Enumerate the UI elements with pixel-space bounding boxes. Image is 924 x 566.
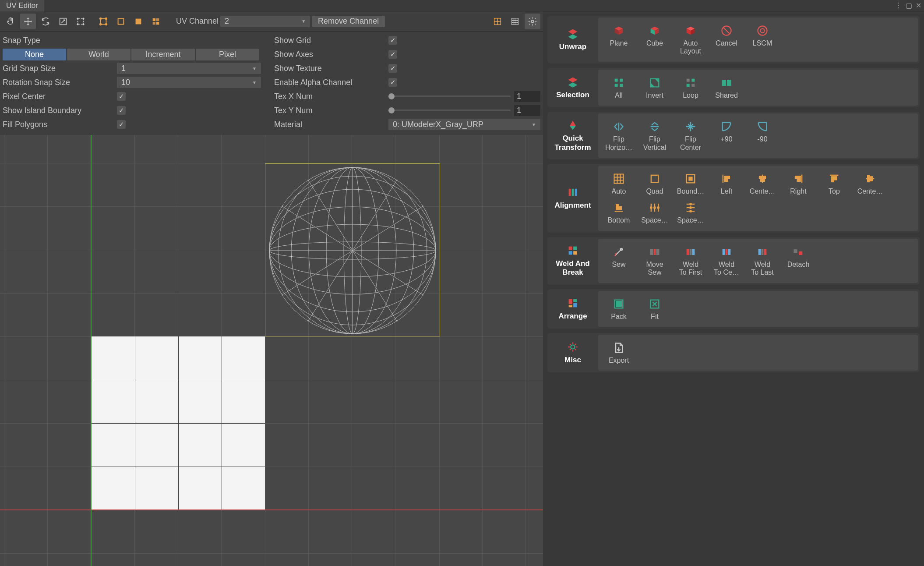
snap-pixel-button[interactable]: Pixel (196, 49, 259, 60)
uv-channel-dropdown[interactable]: 2▼ (220, 16, 310, 27)
material-dropdown[interactable]: 0: UModelerX_Gray_URP▼ (388, 119, 540, 130)
select-all-button[interactable]: All (601, 73, 637, 102)
svg-rect-50 (569, 189, 571, 196)
show-island-boundary-checkbox[interactable]: ✓ (117, 106, 126, 115)
uv-channel-label: UV Channel (176, 17, 219, 26)
rotate-tool-icon[interactable] (38, 14, 53, 29)
show-texture-checkbox[interactable]: ✓ (388, 64, 397, 73)
svg-rect-58 (724, 179, 727, 181)
plane-button[interactable]: Plane (601, 21, 637, 58)
tex-x-value[interactable]: 1 (514, 91, 540, 102)
svg-rect-84 (690, 249, 692, 255)
pack-button[interactable]: Pack (601, 294, 637, 323)
tex-x-slider[interactable] (388, 96, 511, 97)
close-icon[interactable]: ✕ (916, 1, 921, 10)
weld-to-first-button[interactable]: Weld To First (673, 242, 709, 279)
top-toolbar: UV Channel 2▼ Remove Channel (0, 11, 543, 32)
svg-rect-15 (153, 21, 155, 24)
sew-button[interactable]: Sew (601, 242, 637, 279)
uv-sphere-mesh (268, 166, 437, 335)
group-arrange: Arrange Pack Fit (547, 289, 920, 329)
rotation-snap-size-dropdown[interactable]: 10▼ (117, 77, 261, 88)
pixel-center-checkbox[interactable]: ✓ (117, 92, 126, 101)
weld-to-last-button[interactable]: Weld To Last (744, 242, 780, 279)
enable-alpha-label: Enable Alpha Channel (274, 78, 386, 87)
export-button[interactable]: Export (601, 338, 637, 367)
fill-polygons-label: Fill Polygons (3, 120, 114, 129)
show-grid-label: Show Grid (274, 36, 386, 45)
scale-tool-icon[interactable] (55, 14, 71, 29)
detach-button[interactable]: Detach (780, 242, 816, 279)
move-sew-button[interactable]: Move Sew (637, 242, 673, 279)
uv-viewport[interactable] (0, 135, 543, 566)
svg-rect-94 (569, 299, 572, 304)
flip-vertical-button[interactable]: Flip Vertical (637, 117, 673, 154)
tex-y-slider[interactable] (388, 110, 511, 111)
fill-polygons-checkbox[interactable]: ✓ (117, 120, 126, 129)
move-tool-icon[interactable] (20, 14, 36, 29)
group-misc: Misc Export (547, 333, 920, 372)
grid-display-a-icon[interactable] (490, 14, 505, 29)
align-top-button[interactable]: Top (816, 169, 852, 198)
tex-y-value[interactable]: 1 (514, 105, 540, 116)
flip-center-button[interactable]: Flip Center (673, 117, 709, 154)
fit-button[interactable]: Fit (637, 294, 673, 323)
snap-world-button[interactable]: World (67, 49, 130, 60)
tex-y-label: Tex Y Num (274, 106, 386, 115)
maximize-icon[interactable]: ▢ (906, 1, 912, 10)
vertex-mode-icon[interactable] (95, 14, 111, 29)
align-bound-button[interactable]: Bound… (673, 169, 709, 198)
align-center-v-button[interactable]: Cente… (852, 169, 888, 198)
svg-point-39 (760, 28, 764, 32)
svg-point-74 (690, 211, 691, 212)
settings-gear-icon[interactable] (525, 14, 540, 29)
weld-to-center-button[interactable]: Weld To Ce… (709, 242, 744, 279)
select-shared-button[interactable]: Shared (709, 73, 744, 102)
align-quad-button[interactable]: Quad (637, 169, 673, 198)
snap-none-button[interactable]: None (3, 49, 66, 60)
show-axes-label: Show Axes (274, 50, 386, 59)
rotate-plus90-button[interactable]: +90 (709, 117, 744, 154)
svg-rect-62 (797, 179, 801, 181)
align-center-h-button[interactable]: Cente… (744, 169, 780, 198)
island-mode-icon[interactable] (148, 14, 164, 29)
snap-increment-button[interactable]: Increment (131, 49, 195, 60)
remove-channel-button[interactable]: Remove Channel (312, 16, 385, 27)
arrange-icon (567, 297, 579, 309)
select-loop-button[interactable]: Loop (673, 73, 709, 102)
svg-point-4 (77, 24, 78, 25)
grid-display-b-icon[interactable] (507, 14, 523, 29)
rect-tool-icon[interactable] (73, 14, 88, 29)
space-h-button[interactable]: Space… (637, 198, 673, 227)
flip-horizontal-button[interactable]: Flip Horizo… (601, 117, 637, 154)
auto-layout-button[interactable]: Auto Layout (673, 21, 709, 58)
face-mode-icon[interactable] (130, 14, 146, 29)
svg-point-71 (657, 207, 659, 209)
material-label: Material (274, 120, 386, 129)
align-bottom-button[interactable]: Bottom (601, 198, 637, 227)
rotate-minus90-button[interactable]: -90 (744, 117, 780, 154)
tex-x-label: Tex X Num (274, 92, 386, 101)
tab-uv-editor[interactable]: UV Editor (0, 0, 44, 11)
titlebar: UV Editor ⋮ ▢ ✕ (0, 0, 924, 11)
snap-type-label: Snap Type (3, 36, 114, 45)
cube-button[interactable]: Cube (637, 21, 673, 58)
space-v-button[interactable]: Space… (673, 198, 709, 227)
edge-mode-icon[interactable] (113, 14, 129, 29)
align-right-button[interactable]: Right (780, 169, 816, 198)
svg-rect-65 (868, 176, 870, 182)
grid-snap-size-dropdown[interactable]: 1▼ (117, 63, 261, 74)
menu-icon[interactable]: ⋮ (895, 1, 902, 10)
group-unwrap: Unwrap Plane Cube Auto Layout Cancel LSC… (547, 16, 920, 64)
show-axes-checkbox[interactable]: ✓ (388, 50, 397, 59)
cancel-button[interactable]: Cancel (709, 21, 744, 58)
select-invert-button[interactable]: Invert (637, 73, 673, 102)
align-left-button[interactable]: Left (709, 169, 744, 198)
svg-point-38 (758, 26, 767, 35)
misc-icon (567, 341, 579, 353)
hand-tool-icon[interactable] (3, 14, 18, 29)
enable-alpha-checkbox[interactable]: ✓ (388, 78, 397, 87)
align-auto-button[interactable]: Auto (601, 169, 637, 198)
show-grid-checkbox[interactable]: ✓ (388, 36, 397, 45)
lscm-button[interactable]: LSCM (744, 21, 780, 58)
